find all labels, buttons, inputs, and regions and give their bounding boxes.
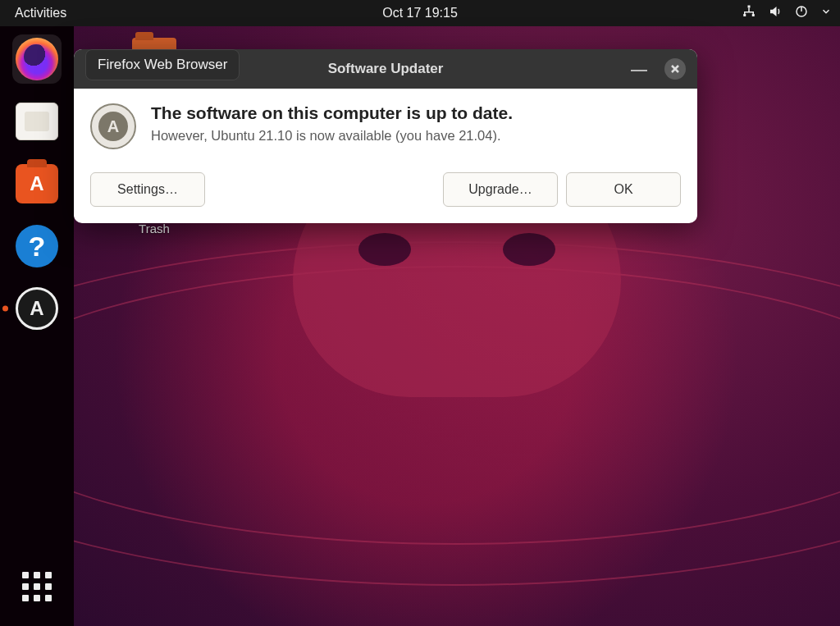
firefox-icon: [16, 38, 58, 80]
ok-button[interactable]: OK: [566, 172, 681, 207]
dock-item-help[interactable]: ?: [12, 222, 62, 271]
svg-rect-1: [743, 14, 746, 16]
activities-button[interactable]: Activities: [8, 2, 73, 24]
svg-rect-0: [748, 6, 751, 8]
dock-item-files[interactable]: [12, 97, 62, 146]
top-panel: Activities Oct 17 19:15: [0, 0, 840, 26]
software-updater-icon: [16, 287, 58, 330]
dialog-button-row: Settings… Upgrade… OK: [90, 172, 681, 207]
volume-icon[interactable]: [768, 4, 783, 22]
minimize-button[interactable]: —: [628, 58, 650, 80]
ubuntu-software-icon: [16, 164, 58, 203]
dock-item-firefox[interactable]: [12, 34, 62, 84]
dock: ?: [0, 26, 74, 626]
dock-item-software-updater[interactable]: [12, 284, 62, 333]
dialog-headline: The software on this computer is up to d…: [151, 103, 681, 123]
help-icon: ?: [16, 225, 58, 267]
svg-rect-2: [752, 14, 755, 16]
dock-tooltip: Firefox Web Browser: [85, 49, 240, 80]
system-status-area[interactable]: [742, 4, 832, 22]
dialog-subtext: However, Ubuntu 21.10 is now available (…: [151, 128, 681, 144]
network-wired-icon[interactable]: [742, 4, 756, 22]
clock[interactable]: Oct 17 19:15: [0, 6, 840, 21]
updater-app-icon: A: [90, 103, 136, 149]
power-icon[interactable]: [794, 4, 809, 22]
close-icon: [670, 64, 680, 74]
dock-item-ubuntu-software[interactable]: [12, 159, 62, 208]
close-button[interactable]: [664, 58, 686, 80]
chevron-down-icon[interactable]: [820, 6, 832, 21]
show-applications-button[interactable]: [12, 562, 62, 611]
settings-button[interactable]: Settings…: [90, 172, 205, 207]
files-icon: [16, 103, 58, 140]
desktop-icon-label: Trash: [123, 222, 185, 235]
dialog-body: A The software on this computer is up to…: [74, 89, 697, 223]
upgrade-button[interactable]: Upgrade…: [443, 172, 558, 207]
